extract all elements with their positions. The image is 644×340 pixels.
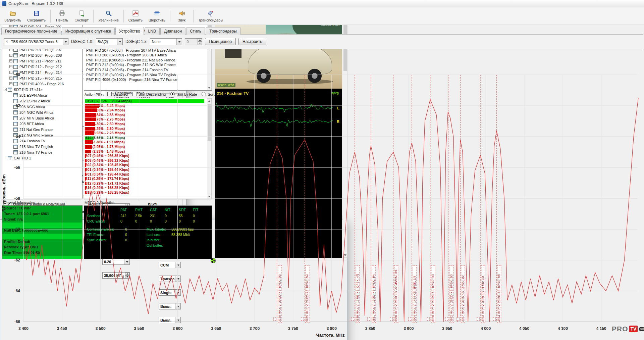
toolbar-button-label: Шерстить [149, 18, 165, 22]
toolbar-button-label: Транспондеры [198, 18, 223, 22]
spinner-buttons[interactable] [198, 39, 202, 45]
svg-text:3 700: 3 700 [250, 326, 260, 331]
watermark-tv: TV [629, 326, 638, 332]
svg-text:-58: -58 [14, 196, 20, 201]
svg-text:3 450: 3 450 [57, 326, 67, 331]
svg-text:3 500: 3 500 [96, 326, 106, 331]
diseqc1x-select[interactable]: None [150, 38, 182, 45]
svg-text:3 550: 3 550 [134, 326, 144, 331]
tab-Географическое положение[interactable]: Географическое положение [1, 27, 61, 35]
svg-text:4 000: 4 000 [481, 326, 491, 331]
toolbar-button-label: Сканить [128, 18, 143, 22]
open-folder-icon [9, 10, 16, 17]
svg-text:4 050: 4 050 [519, 326, 529, 331]
svg-text:-54: -54 [14, 134, 20, 139]
toolbar-button-scan[interactable]: Сканить [126, 8, 145, 24]
svg-text:3 800: 3 800 [327, 326, 337, 331]
crazyscan-app-icon [2, 1, 6, 6]
watermark-go: GO [639, 327, 644, 331]
satellite-icon [207, 10, 214, 17]
comb-icon [154, 10, 160, 17]
svg-text:-64: -64 [14, 289, 20, 293]
svg-text:3 750: 3 750 [288, 326, 298, 331]
tab-LNB[interactable]: LNB [145, 27, 160, 35]
toolbar-button-printer[interactable]: Печать [53, 8, 71, 24]
svg-text:3 850: 3 850 [365, 326, 375, 331]
toolbar-button-label: Увеличение [98, 18, 119, 22]
device-toolbar: 4 - TBS 6908 DVBS/S2 Tuner 3 DiSEqC 1.0:… [4, 38, 266, 45]
watermark-pro: PRO [612, 325, 628, 333]
chevron-down-icon[interactable] [63, 39, 68, 45]
toolbar-button-save-disk[interactable]: Сохранить [24, 8, 48, 24]
svg-text:3 400: 3 400 [18, 326, 29, 331]
magnifier-icon [105, 10, 112, 17]
scan-icon [132, 10, 139, 17]
tuner-select[interactable]: 4 - TBS 6908 DVBS/S2 Tuner 3 [4, 38, 68, 45]
diseqc10-value: B/A(2) [98, 40, 116, 44]
toolbar-separator [170, 10, 170, 22]
pro-tv-watermark: PRO TV GO [612, 325, 644, 333]
svg-text:-66: -66 [14, 320, 20, 324]
crazyscan-tabs: Географическое положениеИнформация о спу… [1, 27, 241, 35]
toolbar-button-label: Печать [56, 18, 68, 22]
tuner-value: 4 - TBS 6908 DVBS/S2 Tuner 3 [6, 40, 62, 44]
tab-Устройство[interactable]: Устройство [115, 27, 144, 35]
desktop: -50-52-54-56-58-60-62-64-663 4003 4503 5… [0, 0, 644, 340]
chevron-down-icon[interactable] [117, 39, 122, 45]
svg-text:3 600: 3 600 [172, 326, 182, 331]
svg-text:4 150: 4 150 [596, 326, 606, 331]
printer-icon [59, 10, 65, 17]
toolbar-button-label: Экспорт [75, 18, 89, 22]
toolbar-button-comb[interactable]: Шерстить [146, 8, 168, 24]
svg-text:-60: -60 [14, 227, 20, 232]
diseqc1x-label: DiSEqC 1.x: [125, 39, 147, 44]
toolbar-separator [123, 10, 124, 22]
tab-Стиль[interactable]: Стиль [186, 27, 205, 35]
toolbar-separator [50, 10, 51, 22]
toolbar-button-label: Загрузить [4, 18, 21, 22]
toolbar-separator [93, 10, 94, 22]
diseqc1x-value: None [152, 40, 176, 44]
speaker-icon [178, 10, 185, 17]
toolbar-button-label: Сохранить [27, 18, 46, 22]
svg-text:3 950: 3 950 [442, 326, 452, 331]
export-icon [78, 10, 85, 17]
svg-text:-56: -56 [14, 165, 20, 170]
position-spinner[interactable]: 0 [185, 38, 202, 45]
crazyscan-titlebar[interactable]: CrazyScan - Версия 1.0.2.138 [0, 0, 644, 7]
toolbar-button-magnifier[interactable]: Увеличение [96, 8, 121, 24]
toolbar-button-satellite[interactable]: Транспондеры [196, 8, 226, 24]
svg-text:RF уровень, dBm: RF уровень, dBm [1, 175, 6, 212]
svg-text:3 900: 3 900 [404, 326, 414, 331]
svg-text:-52: -52 [14, 103, 20, 108]
crazyscan-title: CrazyScan - Версия 1.0.2.138 [8, 1, 63, 6]
save-disk-icon [33, 10, 40, 17]
tab-Диапазон[interactable]: Диапазон [160, 27, 185, 35]
svg-text:-50: -50 [14, 72, 20, 77]
svg-text:Частота, MHz: Частота, MHz [316, 333, 345, 338]
diseqc10-select[interactable]: B/A(2) [96, 38, 123, 45]
toolbar-button-open-folder[interactable]: Загрузить [2, 8, 24, 24]
toolbar-separator [193, 10, 194, 22]
toolbar-button-speaker[interactable]: Звук [172, 8, 191, 24]
toolbar-button-export[interactable]: Экспорт [72, 8, 91, 24]
toolbar-button-label: Звук [178, 18, 185, 22]
tab-Транспондеры[interactable]: Транспондеры [206, 27, 240, 35]
setup-button[interactable]: Настроить [238, 38, 266, 45]
svg-text:3 650: 3 650 [211, 326, 221, 331]
diseqc10-label: DiSEqC 1.0: [71, 39, 93, 44]
positioner-button[interactable]: Позиционер [205, 38, 236, 45]
tab-Информация о спутнике[interactable]: Информация о спутнике [62, 27, 115, 35]
chevron-down-icon[interactable] [176, 39, 182, 45]
svg-text:-62: -62 [14, 258, 20, 262]
position-value: 0 [186, 40, 197, 44]
svg-text:4 100: 4 100 [558, 326, 568, 331]
crazyscan-toolbar: ЗагрузитьСохранитьПечатьЭкспортУвеличени… [0, 7, 644, 25]
spectrum-chart: -50-52-54-56-58-60-62-64-663 4003 4503 5… [0, 0, 644, 340]
